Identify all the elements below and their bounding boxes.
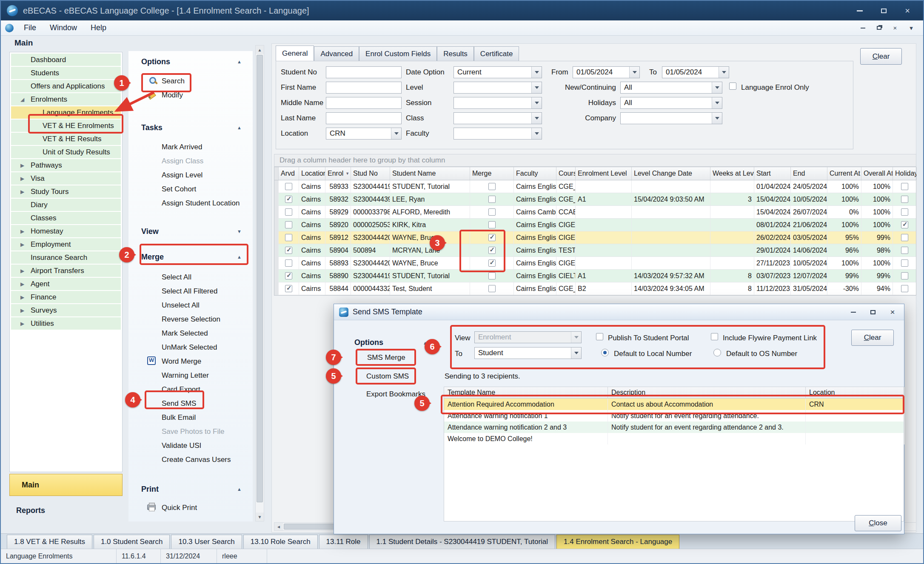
scrollbar-thumb[interactable]: [257, 55, 263, 502]
expand-arrow-icon[interactable]: [20, 159, 27, 171]
from-date-select[interactable]: 01/05/2024: [573, 66, 640, 78]
sidebar-tree-item[interactable]: Employment: [11, 238, 121, 251]
expand-arrow-icon[interactable]: [20, 212, 27, 224]
window-tab[interactable]: 13.11 Role: [319, 535, 368, 549]
grid-column-header[interactable]: Merge: [470, 167, 514, 180]
search-tab[interactable]: Enrol Custom Fields: [359, 46, 437, 61]
grid-column-header[interactable]: Overall At: [861, 167, 893, 180]
expand-arrow-icon[interactable]: [20, 317, 27, 330]
chevron-down-icon[interactable]: [531, 128, 542, 139]
mdi-minimize-button[interactable]: [858, 24, 868, 32]
scroll-up-arrow-icon[interactable]: ▲: [256, 46, 264, 54]
custom-sms-item[interactable]: Custom SMS: [366, 372, 409, 381]
arrived-checkbox[interactable]: [285, 208, 292, 216]
sidebar-tree-item[interactable]: Insurance Search: [11, 251, 121, 264]
chevron-down-icon[interactable]: [571, 332, 581, 343]
merge-section-header[interactable]: Merge: [128, 251, 253, 263]
grid-column-header[interactable]: Location: [299, 167, 325, 180]
task-item[interactable]: Card Export: [128, 382, 253, 396]
arrived-checkbox[interactable]: [285, 247, 292, 254]
chevron-down-icon[interactable]: [531, 67, 542, 78]
grid-row[interactable]: Cairns 58920 0000025053 KIRK, Kitra Cair…: [274, 219, 916, 231]
holiday-checkbox[interactable]: [901, 247, 908, 254]
grid-group-by-bar[interactable]: Drag a column header here to group by th…: [274, 154, 916, 167]
grid-column-header[interactable]: Enrol: [325, 167, 351, 180]
publish-portal-checkbox[interactable]: [596, 333, 603, 340]
print-section-header[interactable]: Print: [128, 483, 253, 496]
chevron-down-icon[interactable]: [531, 113, 542, 124]
search-tab[interactable]: Advanced: [314, 46, 359, 61]
holiday-checkbox[interactable]: [901, 272, 908, 279]
holiday-checkbox[interactable]: [901, 234, 908, 241]
grid-row[interactable]: Cairns 58844 0000044332 Test, Student Ca…: [274, 282, 916, 295]
merge-checkbox[interactable]: [488, 196, 496, 203]
grid-row[interactable]: Cairns 58929 0000033798 ALFORD, Meredith…: [274, 206, 916, 219]
nav-group-main-button[interactable]: Main: [9, 474, 123, 496]
sidebar-tree-item[interactable]: Enrolments: [11, 93, 121, 105]
dialog-close-button[interactable]: ×: [886, 307, 899, 317]
options-section-header[interactable]: Options: [128, 55, 253, 68]
expand-arrow-icon[interactable]: [20, 106, 27, 119]
dialog-minimize-button[interactable]: [847, 307, 860, 317]
level-select[interactable]: [453, 82, 542, 94]
task-item[interactable]: Select All Filtered: [128, 284, 253, 298]
dialog-title-bar[interactable]: Send SMS Template ×: [334, 304, 904, 320]
nav-group-reports-button[interactable]: Reports: [16, 506, 45, 515]
merge-checkbox[interactable]: [488, 234, 496, 241]
grid-column-header[interactable]: Faculty: [514, 167, 556, 180]
holiday-checkbox[interactable]: [901, 183, 908, 190]
expand-arrow-icon[interactable]: [20, 238, 27, 251]
grid-column-header[interactable]: Holiday: [893, 167, 917, 180]
location-select[interactable]: CRN: [326, 128, 402, 140]
grid-column-header[interactable]: Enrolment Level: [576, 167, 632, 180]
arrived-checkbox[interactable]: [285, 272, 292, 279]
task-item[interactable]: Warning Letter: [128, 368, 253, 382]
merge-checkbox[interactable]: [488, 221, 496, 228]
task-item[interactable]: Modify: [128, 88, 253, 102]
expand-arrow-icon[interactable]: [20, 278, 27, 290]
middle-name-input[interactable]: [326, 97, 402, 109]
sidebar-tree-item[interactable]: Homestay: [11, 225, 121, 237]
grid-column-header[interactable]: Arvd: [279, 167, 299, 180]
template-column-header[interactable]: Description: [608, 387, 806, 398]
chevron-down-icon[interactable]: [629, 67, 639, 78]
sidebar-tree-item[interactable]: Airport Transfers: [11, 265, 121, 277]
sms-merge-item[interactable]: SMS Merge: [367, 353, 405, 362]
merge-checkbox[interactable]: [488, 259, 496, 267]
expand-arrow-icon[interactable]: [20, 133, 27, 145]
task-item[interactable]: UnMark Selected: [128, 340, 253, 354]
holiday-checkbox[interactable]: [901, 196, 908, 203]
task-item[interactable]: Validate USI: [128, 439, 253, 453]
menu-item[interactable]: File: [17, 22, 43, 34]
dialog-options-section-header[interactable]: Options: [354, 338, 428, 347]
arrived-checkbox[interactable]: [285, 183, 292, 190]
to-select[interactable]: Student: [474, 347, 582, 359]
sidebar-tree-item[interactable]: Dashboard: [11, 54, 121, 66]
maximize-button[interactable]: [874, 4, 893, 17]
window-tab[interactable]: 1.0 Student Search: [94, 535, 170, 549]
window-tab[interactable]: 1.1 Student Details - S230044419 STUDENT…: [369, 535, 556, 549]
expand-arrow-icon[interactable]: [20, 172, 27, 185]
expand-arrow-icon[interactable]: [20, 185, 27, 198]
sidebar-tree-item[interactable]: Classes: [11, 212, 121, 224]
template-row[interactable]: Welcome to DEMO College!: [444, 433, 904, 444]
grid-row[interactable]: Cairns 58893 S230044420 WAYNE, Bruce Cai…: [274, 257, 916, 270]
expand-arrow-icon[interactable]: [20, 225, 27, 237]
task-item[interactable]: Reverse Selection: [128, 312, 253, 326]
scroll-left-arrow-icon[interactable]: ◄: [274, 523, 283, 530]
dialog-clear-button[interactable]: Clear: [851, 330, 894, 346]
view-select[interactable]: Enrolment: [474, 331, 582, 343]
language-enrol-only-checkbox[interactable]: [729, 83, 736, 90]
task-item[interactable]: Assign Level: [128, 168, 253, 182]
sidebar-tree-item[interactable]: Pathways: [11, 159, 121, 171]
mdi-restore-button[interactable]: [874, 24, 884, 32]
merge-checkbox[interactable]: [488, 208, 496, 216]
chevron-down-icon[interactable]: [391, 128, 401, 139]
sidebar-tree-item[interactable]: Diary: [11, 199, 121, 211]
expand-arrow-icon[interactable]: [20, 80, 27, 92]
task-item[interactable]: Mark Selected: [128, 326, 253, 340]
task-item[interactable]: Search: [128, 74, 253, 88]
task-item[interactable]: Quick Print: [128, 501, 253, 515]
local-number-radio[interactable]: [601, 349, 609, 356]
grid-column-header[interactable]: Start: [754, 167, 791, 180]
